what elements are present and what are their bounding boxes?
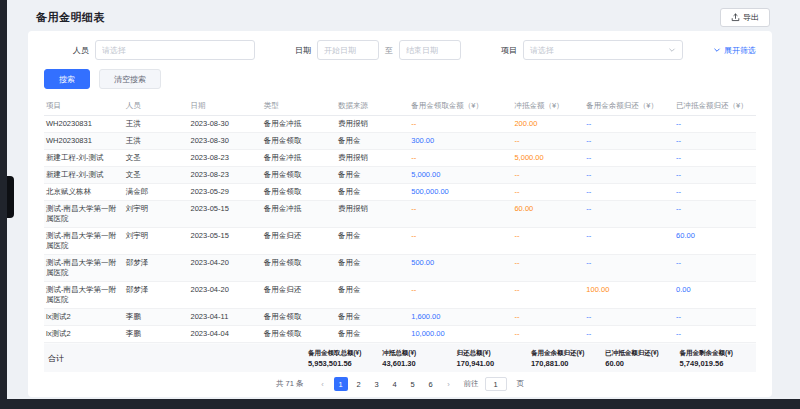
page-button-2[interactable]: 2 <box>352 377 366 391</box>
amount-cell: -- <box>512 184 584 200</box>
source-cell: 备用金 <box>336 282 409 308</box>
amount-cell: -- <box>584 228 674 254</box>
project-cell: 新建工程-刘-测试 <box>44 150 124 166</box>
table-row[interactable]: WH20230831王洪2023-08-30备用金领取备用金300.00----… <box>44 133 756 150</box>
date-end-input[interactable] <box>399 40 461 60</box>
date-cell: 2023-04-04 <box>189 326 262 342</box>
filter-actions: 搜索 清空搜索 <box>44 69 756 89</box>
date-cell: 2023-05-29 <box>189 184 262 200</box>
amount-cell: 300.00 <box>409 133 512 149</box>
project-filter-select[interactable]: 请选择 <box>523 40 683 60</box>
type-cell: 备用金领取 <box>262 184 336 200</box>
table-row[interactable]: 测试-南昌大学第一附属医院邵梦泽2023-04-20备用金领取备用金500.00… <box>44 255 756 282</box>
content-card: 人员 日期 至 项目 请选择 <box>28 31 772 397</box>
chevron-down-icon <box>713 46 721 54</box>
source-cell: 费用报销 <box>336 201 409 227</box>
column-header-received-amount: 备用金领取金额（¥） <box>409 97 512 115</box>
date-start-input[interactable] <box>317 40 379 60</box>
export-icon <box>731 13 740 22</box>
table-row[interactable]: 北京赋义栋林满金郎2023-05-29备用金领取备用金500,000.00---… <box>44 184 756 201</box>
amount-cell: 1,600.00 <box>409 309 512 325</box>
amount-cell: -- <box>674 255 756 281</box>
page-button-4[interactable]: 4 <box>388 377 402 391</box>
table-row[interactable]: 测试-南昌大学第一附属医院刘宇明2023-05-15备用金归还备用金------… <box>44 228 756 255</box>
amount-cell: -- <box>584 326 674 342</box>
date-filter-label: 日期 <box>295 45 311 56</box>
amount-cell: -- <box>512 133 584 149</box>
table-row[interactable]: lx测试2李鹏2023-04-11备用金领取备用金1,600.00------ <box>44 309 756 326</box>
summary-total-label: 合计 <box>46 353 308 364</box>
table-row[interactable]: 测试-南昌大学第一附属医院邵梦泽2023-04-20备用金归还备用金----10… <box>44 282 756 309</box>
amount-cell: 100.00 <box>584 282 674 308</box>
person-cell: 满金郎 <box>124 184 189 200</box>
total-count: 共 71 条 <box>276 379 304 389</box>
person-filter-input[interactable] <box>95 40 255 60</box>
pagination: 共 71 条 ‹ 1 2 3 4 5 6 › 前往 页 <box>44 372 756 395</box>
column-header-offset-return: 已冲抵金额归还（¥） <box>674 97 756 115</box>
summary-row: 合计 备用金领取总额(¥) 5,953,501.56 冲抵总额(¥) 43,60… <box>44 344 756 372</box>
table-row[interactable]: 新建工程-刘-测试文圣2023-08-23备用金冲抵费用报销--5,000.00… <box>44 150 756 167</box>
column-header-date: 日期 <box>189 97 262 115</box>
amount-cell: 60.00 <box>512 201 584 227</box>
date-cell: 2023-04-20 <box>189 282 262 308</box>
amount-cell: -- <box>512 282 584 308</box>
type-cell: 备用金领取 <box>262 326 336 342</box>
type-cell: 备用金归还 <box>262 282 336 308</box>
page-button-1[interactable]: 1 <box>334 377 348 391</box>
top-bar: 备用金明细表 导出 <box>0 0 800 32</box>
search-button[interactable]: 搜索 <box>44 69 90 89</box>
amount-cell: 500,000.00 <box>409 184 512 200</box>
person-cell: 文圣 <box>124 167 189 183</box>
column-header-project: 项目 <box>44 97 124 115</box>
amount-cell: -- <box>674 184 756 200</box>
amount-cell: -- <box>409 150 512 166</box>
source-cell: 备用金 <box>336 184 409 200</box>
project-cell: lx测试2 <box>44 326 124 342</box>
source-cell: 备用金 <box>336 133 409 149</box>
type-cell: 备用金冲抵 <box>262 150 336 166</box>
date-filter-group: 日期 至 <box>295 40 461 60</box>
date-cell: 2023-04-20 <box>189 255 262 281</box>
column-header-person: 人员 <box>124 97 189 115</box>
summary-item-offset-total: 冲抵总额(¥) 43,601.30 <box>382 348 456 368</box>
table-row[interactable]: 新建工程-刘-测试文圣2023-08-23备用金领取备用金5,000.00---… <box>44 167 756 184</box>
collapsed-sidebar-strip[interactable] <box>0 0 7 409</box>
project-cell: WH20230831 <box>44 116 124 132</box>
type-cell: 备用金冲抵 <box>262 116 336 132</box>
amount-cell: 200.00 <box>512 116 584 132</box>
source-cell: 备用金 <box>336 167 409 183</box>
expand-filters-label: 展开筛选 <box>724 45 756 56</box>
date-cell: 2023-04-11 <box>189 309 262 325</box>
project-cell: 北京赋义栋林 <box>44 184 124 200</box>
page-button-3[interactable]: 3 <box>370 377 384 391</box>
person-cell: 王洪 <box>124 116 189 132</box>
type-cell: 备用金领取 <box>262 167 336 183</box>
summary-item-remaining: 备用金剩余金额(¥) 5,749,019.56 <box>680 348 754 368</box>
clear-search-button[interactable]: 清空搜索 <box>99 69 161 89</box>
table-row[interactable]: 测试-南昌大学第一附属医院刘宇明2023-05-15备用金冲抵费用报销--60.… <box>44 201 756 228</box>
table-body: WH20230831王洪2023-08-30备用金冲抵费用报销--200.00-… <box>44 116 756 344</box>
table-row[interactable]: WH20230831王洪2023-08-30备用金冲抵费用报销--200.00-… <box>44 116 756 133</box>
goto-page-input[interactable] <box>485 377 507 391</box>
date-range-separator: 至 <box>385 45 393 56</box>
export-button[interactable]: 导出 <box>720 8 770 27</box>
amount-cell: -- <box>512 309 584 325</box>
project-select-placeholder: 请选择 <box>530 45 554 56</box>
filter-bar: 人员 日期 至 项目 请选择 <box>44 39 756 61</box>
amount-cell: -- <box>674 133 756 149</box>
expand-filters-link[interactable]: 展开筛选 <box>713 45 756 56</box>
prev-page-button[interactable]: ‹ <box>316 377 330 391</box>
amount-cell: -- <box>674 309 756 325</box>
page-title: 备用金明细表 <box>36 10 105 25</box>
next-page-button[interactable]: › <box>442 377 456 391</box>
table-row[interactable]: lx测试2李鹏2023-04-04备用金领取备用金10,000.00------ <box>44 326 756 343</box>
amount-cell: -- <box>409 201 512 227</box>
person-filter-label: 人员 <box>73 45 89 56</box>
page-button-5[interactable]: 5 <box>406 377 420 391</box>
project-cell: lx测试2 <box>44 309 124 325</box>
amount-cell: 0.00 <box>674 282 756 308</box>
person-cell: 邵梦泽 <box>124 282 189 308</box>
page-button-6[interactable]: 6 <box>424 377 438 391</box>
sidebar-expand-handle[interactable] <box>7 176 14 218</box>
amount-cell: -- <box>512 228 584 254</box>
